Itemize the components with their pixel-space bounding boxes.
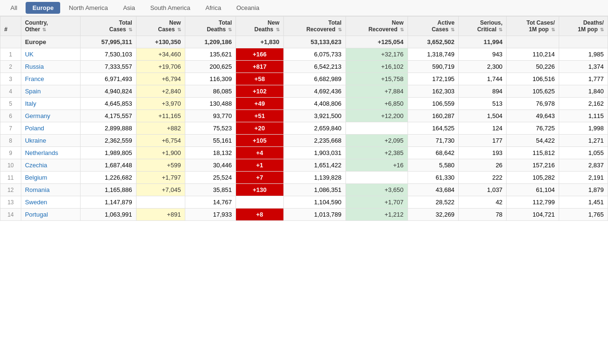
sort-icon-total-recovered: ⇅ bbox=[336, 27, 342, 32]
tab-asia[interactable]: Asia bbox=[117, 2, 142, 14]
tab-oceania[interactable]: Oceania bbox=[230, 2, 266, 14]
table-row: 12Romania1,165,886+7,04535,851+1301,086,… bbox=[0, 184, 608, 196]
cell-6-9: 124 bbox=[459, 122, 507, 135]
col-header-new-cases[interactable]: NewCases ⇅ bbox=[136, 17, 185, 36]
col-header-total-recovered[interactable]: TotalRecovered ⇅ bbox=[283, 17, 345, 36]
cell-0-0: 1 bbox=[0, 48, 21, 61]
col-header-total-deaths[interactable]: TotalDeaths ⇅ bbox=[185, 17, 236, 36]
summary-cell-9: 11,994 bbox=[459, 36, 507, 48]
cell-9-8: 5,580 bbox=[408, 159, 459, 172]
cell-5-11: 1,115 bbox=[559, 110, 608, 122]
cell-5-5: +51 bbox=[236, 110, 283, 122]
cell-3-8: 162,303 bbox=[408, 85, 459, 98]
cell-2-0: 3 bbox=[0, 73, 21, 85]
tab-europe[interactable]: Europe bbox=[26, 2, 60, 14]
country-link-poland[interactable]: Poland bbox=[25, 125, 44, 132]
country-link-ukraine[interactable]: Ukraine bbox=[25, 137, 46, 144]
sort-icon-total-cases: ⇅ bbox=[127, 27, 132, 32]
cell-1-1: Russia bbox=[21, 61, 80, 73]
cell-12-3 bbox=[136, 196, 185, 209]
country-link-russia[interactable]: Russia bbox=[25, 63, 44, 70]
col-header-new-recovered[interactable]: NewRecovered ⇅ bbox=[345, 17, 408, 36]
col-header-new-deaths[interactable]: NewDeaths ⇅ bbox=[236, 17, 283, 36]
cell-9-5: +1 bbox=[236, 159, 283, 172]
tab-south-america[interactable]: South America bbox=[144, 2, 197, 14]
country-link-spain[interactable]: Spain bbox=[25, 88, 41, 95]
cell-12-7: +1,707 bbox=[345, 196, 408, 209]
cell-12-1: Sweden bbox=[21, 196, 80, 209]
cell-6-0: 7 bbox=[0, 122, 21, 135]
tab-north-america[interactable]: North America bbox=[62, 2, 114, 14]
cell-9-7: +16 bbox=[345, 159, 408, 172]
cell-8-3: +1,900 bbox=[136, 147, 185, 159]
cell-13-1: Portugal bbox=[21, 209, 80, 221]
cell-3-10: 105,625 bbox=[507, 85, 559, 98]
col-header-country[interactable]: Country,Other ⇅ bbox=[21, 17, 80, 36]
cell-6-10: 76,725 bbox=[507, 122, 559, 135]
cell-9-9: 26 bbox=[459, 159, 507, 172]
col-header-num: # bbox=[0, 17, 21, 36]
cell-5-10: 49,643 bbox=[507, 110, 559, 122]
cell-7-6: 2,235,668 bbox=[283, 135, 345, 147]
cell-3-11: 1,840 bbox=[559, 85, 608, 98]
cell-7-2: 2,362,559 bbox=[80, 135, 136, 147]
cell-7-9: 177 bbox=[459, 135, 507, 147]
cell-9-4: 30,446 bbox=[185, 159, 236, 172]
cell-7-4: 55,161 bbox=[185, 135, 236, 147]
summary-cell-5: +1,830 bbox=[236, 36, 283, 48]
cell-12-10: 112,799 bbox=[507, 196, 559, 209]
cell-13-4: 17,933 bbox=[185, 209, 236, 221]
cell-12-5 bbox=[236, 196, 283, 209]
country-link-france[interactable]: France bbox=[25, 75, 44, 82]
cell-1-11: 1,374 bbox=[559, 61, 608, 73]
summary-cell-4: 1,209,186 bbox=[185, 36, 236, 48]
summary-cell-6: 53,133,623 bbox=[283, 36, 345, 48]
cell-10-5: +7 bbox=[236, 172, 283, 184]
country-link-belgium[interactable]: Belgium bbox=[25, 174, 47, 181]
cell-6-4: 75,523 bbox=[185, 122, 236, 135]
country-link-uk[interactable]: UK bbox=[25, 51, 34, 58]
cell-2-4: 116,309 bbox=[185, 73, 236, 85]
cell-0-4: 135,621 bbox=[185, 48, 236, 61]
cell-3-1: Spain bbox=[21, 85, 80, 98]
cell-13-9: 78 bbox=[459, 209, 507, 221]
cell-9-0: 10 bbox=[0, 159, 21, 172]
cell-3-5: +102 bbox=[236, 85, 283, 98]
table-row: 4Spain4,940,824+2,84086,085+1024,692,436… bbox=[0, 85, 608, 98]
country-link-czechia[interactable]: Czechia bbox=[25, 162, 47, 169]
cell-2-9: 1,744 bbox=[459, 73, 507, 85]
tab-all[interactable]: All bbox=[4, 2, 24, 14]
col-header-active-cases[interactable]: ActiveCases ⇅ bbox=[408, 17, 459, 36]
country-link-portugal[interactable]: Portugal bbox=[25, 211, 48, 218]
cell-4-3: +3,970 bbox=[136, 98, 185, 110]
cell-5-1: Germany bbox=[21, 110, 80, 122]
cell-6-8: 164,525 bbox=[408, 122, 459, 135]
cell-5-2: 4,175,557 bbox=[80, 110, 136, 122]
col-header-serious-critical[interactable]: Serious,Critical ⇅ bbox=[459, 17, 507, 36]
cell-0-3: +34,460 bbox=[136, 48, 185, 61]
cell-0-6: 6,075,733 bbox=[283, 48, 345, 61]
cell-8-5: +4 bbox=[236, 147, 283, 159]
cell-12-9: 42 bbox=[459, 196, 507, 209]
col-header-deaths-1m[interactable]: Deaths/1M pop ⇅ bbox=[559, 17, 608, 36]
country-link-romania[interactable]: Romania bbox=[25, 186, 50, 193]
country-link-germany[interactable]: Germany bbox=[25, 112, 50, 119]
cell-8-11: 1,055 bbox=[559, 147, 608, 159]
country-link-sweden[interactable]: Sweden bbox=[25, 199, 47, 206]
table-row: 6Germany4,175,557+11,16593,770+513,921,5… bbox=[0, 110, 608, 122]
cell-12-11: 1,451 bbox=[559, 196, 608, 209]
col-header-total-cases[interactable]: TotalCases ⇅ bbox=[80, 17, 136, 36]
cell-10-3: +1,797 bbox=[136, 172, 185, 184]
country-link-italy[interactable]: Italy bbox=[25, 100, 36, 107]
cell-2-3: +6,794 bbox=[136, 73, 185, 85]
col-header-tot-cases-1m[interactable]: Tot Cases/1M pop ⇅ bbox=[507, 17, 559, 36]
cell-8-8: 68,642 bbox=[408, 147, 459, 159]
cell-6-6: 2,659,840 bbox=[283, 122, 345, 135]
sort-icon-country: ⇅ bbox=[41, 27, 46, 32]
country-link-netherlands[interactable]: Netherlands bbox=[25, 149, 58, 156]
cell-10-8: 61,330 bbox=[408, 172, 459, 184]
summary-cell-0 bbox=[0, 36, 21, 48]
tab-africa[interactable]: Africa bbox=[199, 2, 227, 14]
cell-11-3: +7,045 bbox=[136, 184, 185, 196]
cell-3-2: 4,940,824 bbox=[80, 85, 136, 98]
